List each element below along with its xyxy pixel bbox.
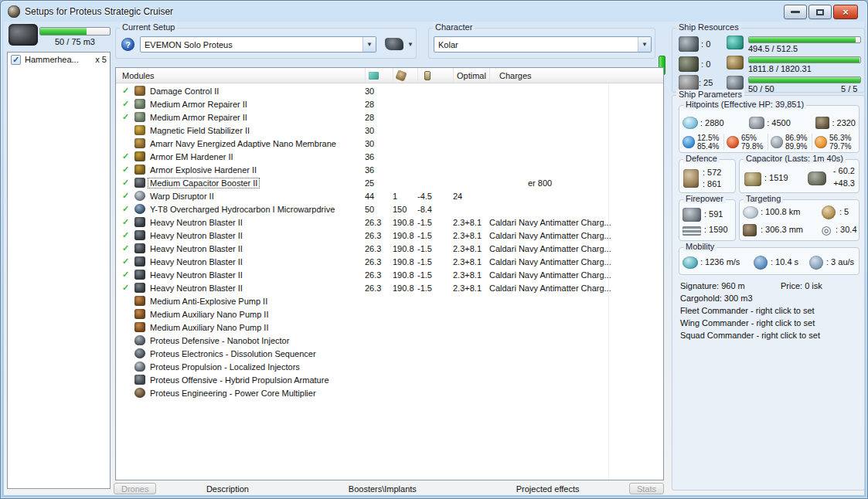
module-row[interactable]: ✓Medium Capacitor Booster II25er 800 xyxy=(116,176,663,189)
module-row[interactable]: ✓Heavy Neutron Blaster II26.3190.8-1.52.… xyxy=(116,281,663,294)
scan-resolution: : 30.4 xyxy=(836,225,857,234)
module-row[interactable]: ✓Heavy Neutron Blaster II26.3190.8-1.52.… xyxy=(116,255,663,268)
module-row[interactable]: ✓Heavy Neutron Blaster II26.3190.8-1.52.… xyxy=(116,216,663,229)
stats-button[interactable]: Stats xyxy=(629,483,664,494)
module-capacitor: -1.5 xyxy=(417,218,453,227)
modules-header[interactable]: Modules Optimal Charges xyxy=(116,68,663,83)
launcher-hardpoint-icon xyxy=(679,56,699,72)
damage-control-icon xyxy=(134,86,145,96)
armor-repairer-icon xyxy=(134,99,145,109)
fleet-commander-text[interactable]: Fleet Commander - right click to set xyxy=(680,306,859,318)
tab-projected-effects[interactable]: Projected effects xyxy=(516,484,580,494)
module-optimal: 24 xyxy=(453,192,489,201)
chevron-down-icon[interactable]: ▼ xyxy=(363,37,376,52)
minimize-button[interactable] xyxy=(784,5,807,19)
module-cpu: 36 xyxy=(365,165,393,175)
drone-list-item[interactable]: ✓ Hammerhea... x 5 xyxy=(8,53,110,66)
module-row[interactable]: ✓Y-T8 Overcharged Hydrocarbon I Microwar… xyxy=(116,202,663,216)
module-powergrid: 150 xyxy=(393,205,417,214)
help-icon[interactable]: ? xyxy=(121,38,134,51)
squad-commander-text[interactable]: Squad Commander - right click to set xyxy=(680,331,859,343)
em-resist-bottom: 85.4% xyxy=(697,142,719,151)
charges-column-header[interactable]: Charges xyxy=(489,68,663,83)
capacitor-column-header[interactable] xyxy=(417,68,453,83)
max-velocity-icon xyxy=(682,256,698,269)
module-row[interactable]: ✓Armor Explosive Hardener II36 xyxy=(116,163,663,176)
drone-listbox[interactable]: ✓ Hammerhea... x 5 xyxy=(7,52,111,489)
drones-bar xyxy=(748,76,861,83)
cpu-bar xyxy=(748,36,861,43)
fitted-check-icon: ✓ xyxy=(122,230,134,240)
warp-speed: : 3 au/s xyxy=(826,257,854,266)
module-row[interactable]: Proteus Defensive - Nanobot Injector xyxy=(116,334,663,347)
module-row[interactable]: Medium Auxiliary Nano Pump II xyxy=(116,321,663,334)
kinetic-resist-icon xyxy=(771,136,783,148)
fitted-check-icon: ✓ xyxy=(122,204,134,214)
current-setup-label: Current Setup xyxy=(120,22,177,32)
chevron-down-icon[interactable]: ▼ xyxy=(407,41,414,48)
module-cpu: 36 xyxy=(365,152,393,161)
cap-booster-icon xyxy=(134,178,145,188)
fitted-check-icon: ✓ xyxy=(122,151,134,161)
price-text: Price: 0 isk xyxy=(781,281,822,290)
setup-combobox[interactable]: EVEMON Solo Proteus ▼ xyxy=(140,36,376,53)
optimal-column-header[interactable]: Optimal xyxy=(453,68,489,83)
armor-repairer-icon xyxy=(134,112,145,122)
titlebar[interactable]: Setups for Proteus Strategic Cruiser × xyxy=(1,1,867,22)
module-capacitor: -1.5 xyxy=(417,257,453,266)
warp-disruptor-icon xyxy=(134,191,145,201)
tab-boosters-implants[interactable]: Boosters\Implants xyxy=(349,484,417,494)
module-row[interactable]: ✓Heavy Neutron Blaster II26.3190.8-1.52.… xyxy=(116,268,663,281)
drones-button[interactable]: Drones xyxy=(114,483,156,494)
tab-description[interactable]: Description xyxy=(206,484,249,494)
module-row[interactable]: Proteus Propulsion - Localized Injectors xyxy=(116,360,663,373)
module-row[interactable]: ✓Heavy Neutron Blaster II26.3190.8-1.52.… xyxy=(116,229,663,242)
module-row[interactable]: Medium Anti-Explosive Pump II xyxy=(116,294,663,307)
modules-column-header[interactable]: Modules xyxy=(122,71,365,80)
wing-commander-text[interactable]: Wing Commander - right click to set xyxy=(680,318,859,331)
module-capacitor: -1.5 xyxy=(417,283,453,293)
hitpoints-label: Hitpoints (Effective HP: 39,851) xyxy=(683,100,806,109)
module-name: Medium Capacitor Booster II xyxy=(148,178,259,188)
armor-hardener-icon xyxy=(134,165,145,175)
module-cpu: 30 xyxy=(365,139,393,148)
module-row[interactable]: ✓Damage Control II30 xyxy=(116,84,663,97)
module-charges: Caldari Navy Antimatter Charg... xyxy=(489,270,663,280)
module-row[interactable]: ✓Warp Disruptor II441-4.524 xyxy=(116,189,663,202)
turret-hardpoint-icon xyxy=(679,36,699,52)
character-combobox[interactable]: Kolar ▼ xyxy=(434,36,652,53)
fitted-check-icon: ✓ xyxy=(122,217,134,227)
module-name: Heavy Neutron Blaster II xyxy=(148,257,244,266)
maximize-button[interactable] xyxy=(808,5,832,19)
hitpoints-box: Hitpoints (Effective HP: 39,851) : 2880 … xyxy=(679,105,859,153)
module-powergrid: 190.8 xyxy=(393,270,417,280)
module-row[interactable]: Proteus Electronics - Dissolution Sequen… xyxy=(116,347,663,360)
drone-checkbox[interactable]: ✓ xyxy=(11,55,21,65)
module-row[interactable]: Proteus Offensive - Hybrid Propulsion Ar… xyxy=(116,373,663,386)
ship-resources-group: Ship Resources : 0 : 0 : 25 494.5 / 512.… xyxy=(672,28,865,93)
modules-listview[interactable]: Modules Optimal Charges ✓Damage Control … xyxy=(115,67,664,480)
module-name: Damage Control II xyxy=(148,87,220,96)
module-row[interactable]: ✓Heavy Neutron Blaster II26.3190.8-1.52.… xyxy=(116,242,663,255)
module-row[interactable]: Medium Auxiliary Nano Pump II xyxy=(116,307,663,321)
minimize-icon xyxy=(791,11,800,13)
module-powergrid: 190.8 xyxy=(393,283,417,293)
powergrid-column-header[interactable] xyxy=(393,68,417,83)
sub-engineering-icon xyxy=(134,388,145,398)
shield-icon xyxy=(682,117,698,129)
blaster-icon xyxy=(134,270,145,280)
module-row[interactable]: Proteus Engineering - Power Core Multipl… xyxy=(116,386,663,399)
explosive-resist-bottom: 79.7% xyxy=(829,142,851,151)
ship-export-button[interactable]: ▼ xyxy=(385,38,414,50)
module-row[interactable]: Amarr Navy Energized Adaptive Nano Membr… xyxy=(116,137,663,150)
module-row[interactable]: ✓Medium Armor Repairer II28 xyxy=(116,97,663,110)
close-button[interactable]: × xyxy=(833,5,858,19)
module-optimal: 2.3+8.1 xyxy=(453,283,489,293)
chevron-down-icon[interactable]: ▼ xyxy=(638,37,651,52)
module-row[interactable]: Magnetic Field Stabilizer II30 xyxy=(116,124,663,137)
module-row[interactable]: ✓Armor EM Hardener II36 xyxy=(116,150,663,163)
cpu-column-header[interactable] xyxy=(365,68,393,83)
fitted-check-icon: ✓ xyxy=(122,165,134,175)
max-targets: : 5 xyxy=(839,207,849,216)
module-row[interactable]: ✓Medium Armor Repairer II28 xyxy=(116,110,663,124)
